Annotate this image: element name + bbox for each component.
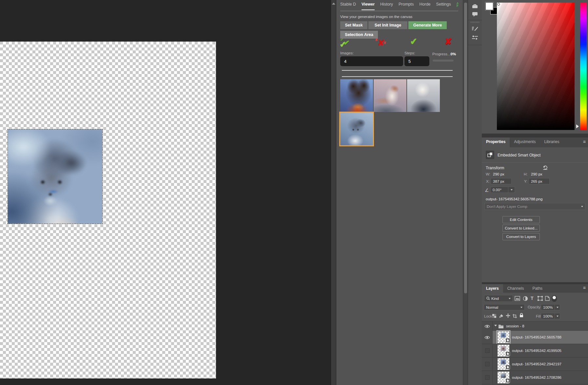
thumbnail-2[interactable]: [374, 79, 406, 112]
y-input[interactable]: 265 px: [529, 178, 550, 184]
opacity-dropdown-icon[interactable]: [555, 304, 560, 310]
tab-viewer[interactable]: Viewer: [362, 2, 375, 10]
progress-label: Progress...0%: [432, 52, 456, 56]
accept-check-icon[interactable]: ✔: [410, 37, 423, 48]
images-label: Images:: [340, 51, 354, 55]
thumbnail-3[interactable]: [407, 79, 440, 112]
visibility-eye-icon[interactable]: [484, 335, 490, 339]
opacity-input[interactable]: 100%: [541, 304, 555, 310]
lock-pixels-icon[interactable]: [499, 314, 503, 320]
document-canvas[interactable]: [0, 42, 216, 378]
tab-libraries[interactable]: Libraries: [540, 138, 563, 147]
apply-all-checks-icon[interactable]: ✔ ✔ ✔: [340, 38, 353, 49]
panel-grip-icon[interactable]: [471, 22, 479, 23]
set-mask-button[interactable]: Set Mask: [340, 21, 367, 29]
x-input[interactable]: 387 px: [491, 178, 512, 184]
convert-to-linked-button[interactable]: Convert to Linked...: [502, 225, 540, 232]
layer-name: output- 1675495342.1708286: [512, 376, 561, 379]
fill-input[interactable]: 100%: [541, 313, 555, 319]
selection-area-button[interactable]: Selection Area: [340, 31, 378, 39]
reset-transform-icon[interactable]: [542, 165, 548, 171]
document-scrollbar[interactable]: [331, 0, 336, 385]
brush-settings-icon[interactable]: [468, 26, 482, 32]
group-expand-chevron-icon[interactable]: [494, 325, 497, 328]
selection-marquee[interactable]: [8, 129, 103, 224]
swatches-icon[interactable]: [468, 4, 482, 9]
color-selector-circle[interactable]: [497, 3, 500, 6]
foreground-color-swatch[interactable]: [485, 2, 493, 10]
tool-presets-icon[interactable]: [468, 35, 482, 40]
filter-type-layers-icon[interactable]: T: [531, 296, 534, 301]
blend-mode-dropdown[interactable]: Normal: [484, 304, 525, 310]
height-value: 290 px: [531, 172, 542, 176]
filter-toggle-pill[interactable]: [552, 295, 557, 302]
layer-group-row[interactable]: session - 8: [482, 321, 588, 330]
saturation-value-picker[interactable]: [497, 3, 575, 130]
width-label: W:: [486, 172, 490, 176]
tab-paths[interactable]: Paths: [528, 284, 547, 293]
thumbnail-1[interactable]: [340, 79, 373, 112]
layers-menu-icon[interactable]: ≡: [583, 285, 586, 290]
plugin-scrollbar-thumb[interactable]: [464, 3, 467, 293]
layer-thumbnail[interactable]: [498, 358, 509, 370]
angle-icon: ∠: [485, 188, 489, 193]
layer-thumbnail[interactable]: [498, 345, 509, 357]
filter-smart-objects-icon[interactable]: [545, 296, 550, 302]
filter-kind-dropdown[interactable]: Kind: [484, 295, 513, 302]
lock-position-icon[interactable]: [506, 313, 510, 319]
layer-thumbnail[interactable]: [498, 331, 509, 343]
tab-settings[interactable]: Settings: [436, 2, 451, 9]
layer-row[interactable]: output- 1675495342.2942197: [482, 357, 588, 371]
angle-dropdown-icon[interactable]: [508, 187, 515, 193]
discard-all-x-icon[interactable]: ✘ ✘ ✘: [375, 38, 388, 49]
progress-bar: [433, 60, 454, 62]
thumbnail-4-selected[interactable]: [340, 113, 373, 145]
edit-contents-button[interactable]: Edit Contents: [502, 216, 540, 223]
tab-stable-d[interactable]: Stable D: [340, 2, 356, 9]
transform-section-title: Transform: [486, 166, 504, 170]
angle-input[interactable]: 0.00°: [490, 187, 508, 193]
tab-prompts[interactable]: Prompts: [399, 2, 414, 9]
visibility-eye-icon[interactable]: [484, 324, 490, 328]
layer-row-selected[interactable]: output- 1675495342.5605788: [493, 330, 588, 344]
plugin-scrollbar[interactable]: [463, 0, 468, 385]
filter-pixel-layers-icon[interactable]: [515, 296, 520, 302]
smart-object-icon: [486, 151, 494, 159]
group-name: session - 8: [506, 324, 524, 328]
layers-tab-bar: Layers Channels Paths: [482, 284, 588, 293]
fill-dropdown-icon[interactable]: [555, 313, 560, 319]
lock-transparency-icon[interactable]: [492, 314, 497, 320]
layer-row[interactable]: output- 1675495342.4199505: [482, 344, 588, 357]
filter-adjustment-layers-icon[interactable]: [523, 296, 528, 302]
tab-properties[interactable]: Properties: [482, 138, 510, 147]
generate-more-button[interactable]: Generate More: [408, 21, 447, 29]
layer-thumbnail[interactable]: [498, 372, 509, 383]
layer-row[interactable]: output- 1675495342.1708286: [482, 371, 588, 384]
layer-name: output- 1675495342.5605788: [512, 335, 561, 339]
scroll-up-icon[interactable]: [332, 1, 335, 5]
tab-horde[interactable]: Horde: [419, 2, 430, 9]
visibility-checkbox-empty[interactable]: [485, 362, 490, 366]
convert-to-layers-button[interactable]: Convert to Layers: [502, 233, 540, 240]
lock-artboard-icon[interactable]: [513, 314, 517, 320]
images-input[interactable]: 4: [340, 56, 403, 66]
tab-channels[interactable]: Channels: [503, 284, 528, 293]
tab-history[interactable]: History: [380, 2, 393, 9]
layer-comp-dropdown[interactable]: Don't Apply Layer Comp: [484, 203, 585, 210]
tab-adjustments[interactable]: Adjustments: [510, 138, 540, 147]
smart-object-badge-icon: [506, 338, 510, 344]
tab-layers[interactable]: Layers: [482, 284, 503, 293]
filter-shape-layers-icon[interactable]: [538, 296, 543, 302]
visibility-checkbox-empty[interactable]: [485, 348, 490, 353]
set-init-image-button[interactable]: Set Init Image: [368, 21, 407, 29]
x-label: X:: [486, 179, 490, 183]
lock-all-icon[interactable]: [519, 313, 523, 319]
properties-menu-icon[interactable]: ≡: [583, 139, 586, 144]
tab-divider: [340, 11, 458, 11]
steps-input[interactable]: 5: [404, 56, 429, 66]
hue-slider[interactable]: [580, 3, 587, 130]
comment-icon[interactable]: [468, 12, 482, 17]
reject-x-icon[interactable]: ✘: [444, 37, 458, 48]
hue-slider-marker[interactable]: [576, 124, 581, 128]
visibility-checkbox-empty[interactable]: [485, 375, 490, 380]
